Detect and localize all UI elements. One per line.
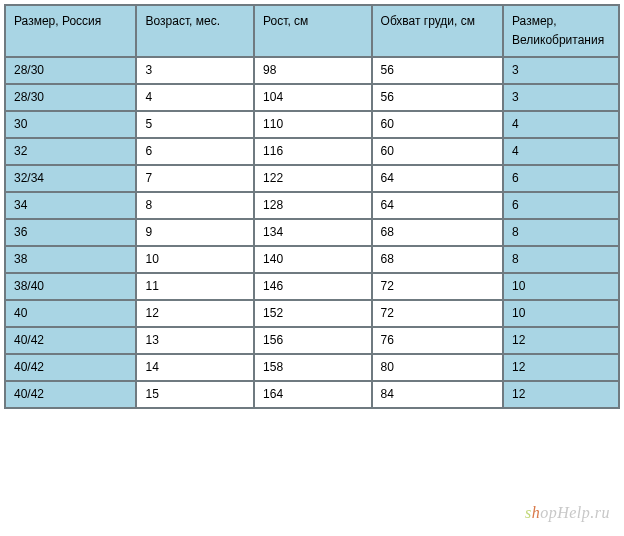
table-cell: 12 xyxy=(503,354,619,381)
table-cell: 8 xyxy=(503,219,619,246)
table-cell: 146 xyxy=(254,273,371,300)
table-cell: 40/42 xyxy=(5,381,136,408)
table-cell: 8 xyxy=(136,192,254,219)
table-cell: 12 xyxy=(503,381,619,408)
table-row: 40/42151648412 xyxy=(5,381,619,408)
table-row: 3810140688 xyxy=(5,246,619,273)
table-row: 40/42141588012 xyxy=(5,354,619,381)
table-cell: 60 xyxy=(372,111,503,138)
table-cell: 116 xyxy=(254,138,371,165)
col-header-chest: Обхват груди, см xyxy=(372,5,503,57)
table-row: 326116604 xyxy=(5,138,619,165)
table-cell: 56 xyxy=(372,84,503,111)
col-header-height: Рост, см xyxy=(254,5,371,57)
table-cell: 10 xyxy=(503,273,619,300)
table-cell: 6 xyxy=(503,165,619,192)
table-cell: 40/42 xyxy=(5,327,136,354)
table-cell: 134 xyxy=(254,219,371,246)
table-row: 28/304104563 xyxy=(5,84,619,111)
col-header-age: Возраст, мес. xyxy=(136,5,254,57)
table-cell: 7 xyxy=(136,165,254,192)
table-cell: 13 xyxy=(136,327,254,354)
table-row: 348128646 xyxy=(5,192,619,219)
table-cell: 10 xyxy=(503,300,619,327)
table-cell: 32/34 xyxy=(5,165,136,192)
table-cell: 3 xyxy=(503,84,619,111)
table-cell: 122 xyxy=(254,165,371,192)
table-row: 32/347122646 xyxy=(5,165,619,192)
table-cell: 6 xyxy=(503,192,619,219)
col-header-size-uk: Размер, Великобритания xyxy=(503,5,619,57)
table-cell: 104 xyxy=(254,84,371,111)
table-cell: 5 xyxy=(136,111,254,138)
table-row: 305110604 xyxy=(5,111,619,138)
table-cell: 36 xyxy=(5,219,136,246)
table-cell: 68 xyxy=(372,219,503,246)
table-cell: 152 xyxy=(254,300,371,327)
table-cell: 3 xyxy=(503,57,619,84)
table-cell: 158 xyxy=(254,354,371,381)
table-cell: 3 xyxy=(136,57,254,84)
table-cell: 28/30 xyxy=(5,84,136,111)
table-cell: 72 xyxy=(372,300,503,327)
table-cell: 56 xyxy=(372,57,503,84)
table-body: 28/3039856328/30410456330511060432611660… xyxy=(5,57,619,408)
col-header-size-russia: Размер, Россия xyxy=(5,5,136,57)
table-cell: 80 xyxy=(372,354,503,381)
table-cell: 12 xyxy=(503,327,619,354)
table-row: 28/30398563 xyxy=(5,57,619,84)
table-cell: 156 xyxy=(254,327,371,354)
table-cell: 30 xyxy=(5,111,136,138)
size-chart-table: Размер, Россия Возраст, мес. Рост, см Об… xyxy=(4,4,620,409)
table-cell: 14 xyxy=(136,354,254,381)
table-row: 40/42131567612 xyxy=(5,327,619,354)
table-cell: 4 xyxy=(503,138,619,165)
table-cell: 6 xyxy=(136,138,254,165)
table-cell: 140 xyxy=(254,246,371,273)
table-cell: 32 xyxy=(5,138,136,165)
table-cell: 4 xyxy=(136,84,254,111)
table-cell: 38 xyxy=(5,246,136,273)
table-cell: 12 xyxy=(136,300,254,327)
table-cell: 15 xyxy=(136,381,254,408)
table-header: Размер, Россия Возраст, мес. Рост, см Об… xyxy=(5,5,619,57)
table-row: 369134688 xyxy=(5,219,619,246)
table-cell: 8 xyxy=(503,246,619,273)
table-cell: 38/40 xyxy=(5,273,136,300)
table-cell: 34 xyxy=(5,192,136,219)
table-cell: 84 xyxy=(372,381,503,408)
table-row: 40121527210 xyxy=(5,300,619,327)
table-cell: 76 xyxy=(372,327,503,354)
table-cell: 11 xyxy=(136,273,254,300)
table-cell: 98 xyxy=(254,57,371,84)
table-cell: 68 xyxy=(372,246,503,273)
table-cell: 28/30 xyxy=(5,57,136,84)
table-cell: 9 xyxy=(136,219,254,246)
table-cell: 60 xyxy=(372,138,503,165)
table-cell: 164 xyxy=(254,381,371,408)
table-cell: 4 xyxy=(503,111,619,138)
table-cell: 40 xyxy=(5,300,136,327)
table-cell: 72 xyxy=(372,273,503,300)
table-cell: 64 xyxy=(372,192,503,219)
table-cell: 110 xyxy=(254,111,371,138)
table-row: 38/40111467210 xyxy=(5,273,619,300)
table-cell: 40/42 xyxy=(5,354,136,381)
table-cell: 10 xyxy=(136,246,254,273)
watermark: shopHelp.ru xyxy=(525,504,610,522)
table-cell: 128 xyxy=(254,192,371,219)
table-cell: 64 xyxy=(372,165,503,192)
